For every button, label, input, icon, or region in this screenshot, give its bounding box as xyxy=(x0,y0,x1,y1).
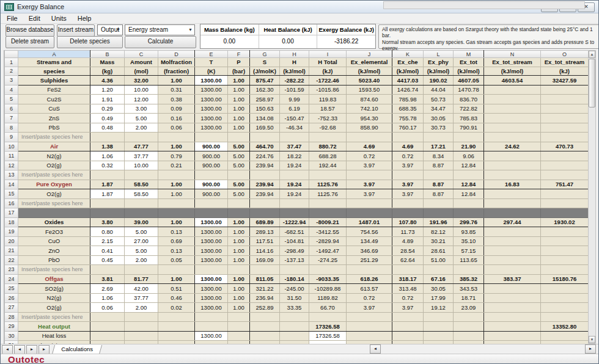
cell-I28[interactable] xyxy=(309,312,347,322)
cell-D15[interactable]: 1.00 xyxy=(158,189,195,199)
row-header-3[interactable]: 3 xyxy=(5,76,18,86)
row-header-9[interactable]: 9 xyxy=(5,133,18,142)
cell-G9[interactable] xyxy=(250,133,280,142)
cell-A30[interactable]: Heat loss xyxy=(18,331,90,341)
cell-M4[interactable]: 1470.78 xyxy=(454,85,484,95)
cell-L21[interactable]: 28.61 xyxy=(424,246,454,256)
cell-I7[interactable]: -752.33 xyxy=(309,114,347,123)
cell-M15[interactable]: 12.84 xyxy=(454,189,484,199)
cell-N14[interactable]: 16.83 xyxy=(484,180,541,189)
cell-I30[interactable]: 17326.58 xyxy=(309,331,347,341)
cell-G29[interactable] xyxy=(250,322,280,332)
cell-H22[interactable]: -137.13 xyxy=(280,255,309,265)
cell-M27[interactable]: 23.09 xyxy=(454,303,484,313)
cell-D5[interactable]: 0.38 xyxy=(158,95,195,104)
cell-D21[interactable]: 0.13 xyxy=(158,246,195,256)
cell-M10[interactable]: 21.90 xyxy=(454,142,484,151)
cell-I16[interactable] xyxy=(309,198,347,208)
cell-C28[interactable] xyxy=(125,312,158,322)
cell-A6[interactable]: CuS xyxy=(18,104,90,114)
cell-H1[interactable]: H xyxy=(280,58,309,67)
cell-M30[interactable] xyxy=(454,331,484,341)
cell-L17[interactable] xyxy=(424,208,454,218)
cell-F26[interactable]: 1.00 xyxy=(228,293,250,303)
cell-G23[interactable] xyxy=(250,265,280,275)
cell-J21[interactable]: 346.69 xyxy=(347,246,392,256)
cell-O5[interactable] xyxy=(541,95,589,104)
cell-F16[interactable] xyxy=(228,198,250,208)
cell-B28[interactable] xyxy=(90,312,125,322)
cell-J4[interactable]: 1593.50 xyxy=(347,85,392,95)
cell-D18[interactable]: 1.00 xyxy=(158,217,195,227)
cell-B5[interactable]: 1.91 xyxy=(90,95,125,104)
cell-D11[interactable]: 0.79 xyxy=(158,151,195,161)
cell-G22[interactable]: 169.09 xyxy=(250,255,280,265)
cell-H15[interactable]: 19.24 xyxy=(280,189,309,199)
cell-C15[interactable]: 58.50 xyxy=(125,189,158,199)
cell-H19[interactable]: -682.51 xyxy=(280,227,309,237)
cell-O1[interactable]: Ex_tot_stream xyxy=(541,58,589,67)
cell-H8[interactable]: -46.34 xyxy=(280,123,309,133)
cell-G2[interactable]: (J/molK) xyxy=(250,67,280,76)
cell-H26[interactable]: 31.50 xyxy=(280,293,309,303)
cell-K27[interactable]: 3.97 xyxy=(392,303,424,313)
cell-E16[interactable] xyxy=(195,198,228,208)
column-header-L[interactable]: L xyxy=(424,51,454,58)
menu-file[interactable]: File xyxy=(7,15,18,22)
column-header-N[interactable]: N xyxy=(484,51,541,58)
cell-C18[interactable]: 39.00 xyxy=(125,217,158,227)
cell-M29[interactable] xyxy=(454,322,484,332)
cell-H4[interactable]: -101.59 xyxy=(280,85,309,95)
cell-N11[interactable] xyxy=(484,151,541,161)
cell-J30[interactable] xyxy=(347,331,392,341)
row-header-5[interactable]: 5 xyxy=(5,95,18,104)
cell-M6[interactable]: 722.82 xyxy=(454,104,484,114)
cell-C7[interactable]: 5.00 xyxy=(125,114,158,123)
cell-B14[interactable]: 1.87 xyxy=(90,180,125,189)
cell-N18[interactable]: 297.44 xyxy=(484,217,541,227)
cell-G21[interactable]: 114.16 xyxy=(250,246,280,256)
cell-E1[interactable]: T xyxy=(195,58,228,67)
cell-J18[interactable]: 1487.01 xyxy=(347,217,392,227)
cell-C4[interactable]: 10.00 xyxy=(125,85,158,95)
cell-A25[interactable]: SO2(g) xyxy=(18,284,90,294)
scroll-up-icon[interactable]: ▲ xyxy=(589,51,595,58)
cell-L2[interactable]: (kJ/mol) xyxy=(424,67,454,76)
cell-D8[interactable]: 0.06 xyxy=(158,123,195,133)
cell-D25[interactable]: 0.51 xyxy=(158,284,195,294)
cell-L14[interactable]: 8.87 xyxy=(424,180,454,189)
cell-O22[interactable] xyxy=(541,255,589,265)
cell-H17[interactable] xyxy=(280,208,309,218)
cell-D19[interactable]: 0.13 xyxy=(158,227,195,237)
cell-A28[interactable]: Insert/paste species here xyxy=(18,312,90,322)
cell-O19[interactable] xyxy=(541,227,589,237)
row-header-16[interactable]: 16 xyxy=(5,198,18,208)
cell-B11[interactable]: 1.06 xyxy=(90,151,125,161)
cell-N7[interactable] xyxy=(484,114,541,123)
cell-E15[interactable]: 900.00 xyxy=(195,189,228,199)
cell-A18[interactable]: Oxides xyxy=(18,217,90,227)
cell-A7[interactable]: ZnS xyxy=(18,114,90,123)
cell-C12[interactable]: 10.00 xyxy=(125,161,158,170)
cell-I8[interactable]: -92.68 xyxy=(309,123,347,133)
cell-D29[interactable] xyxy=(158,322,195,332)
cell-K15[interactable]: 3.97 xyxy=(392,189,424,199)
cell-J23[interactable] xyxy=(347,265,392,275)
cell-O28[interactable] xyxy=(541,312,589,322)
cell-F13[interactable] xyxy=(228,170,250,180)
cell-O29[interactable]: 13352.80 xyxy=(541,322,589,332)
row-header-22[interactable]: 22 xyxy=(5,255,18,265)
cell-C6[interactable]: 3.00 xyxy=(125,104,158,114)
cell-L8[interactable]: 30.73 xyxy=(424,123,454,133)
cell-L26[interactable]: 17.99 xyxy=(424,293,454,303)
next-sheet-button[interactable]: ► xyxy=(26,345,37,354)
cell-K22[interactable]: 62.64 xyxy=(392,255,424,265)
cell-D27[interactable]: 0.02 xyxy=(158,303,195,313)
cell-D4[interactable]: 0.31 xyxy=(158,85,195,95)
cell-C25[interactable]: 42.00 xyxy=(125,284,158,294)
cell-M16[interactable] xyxy=(454,198,484,208)
cell-K14[interactable]: 3.97 xyxy=(392,180,424,189)
cell-A27[interactable]: O2(g) xyxy=(18,303,90,313)
cell-L28[interactable] xyxy=(424,312,454,322)
cell-B26[interactable]: 1.06 xyxy=(90,293,125,303)
